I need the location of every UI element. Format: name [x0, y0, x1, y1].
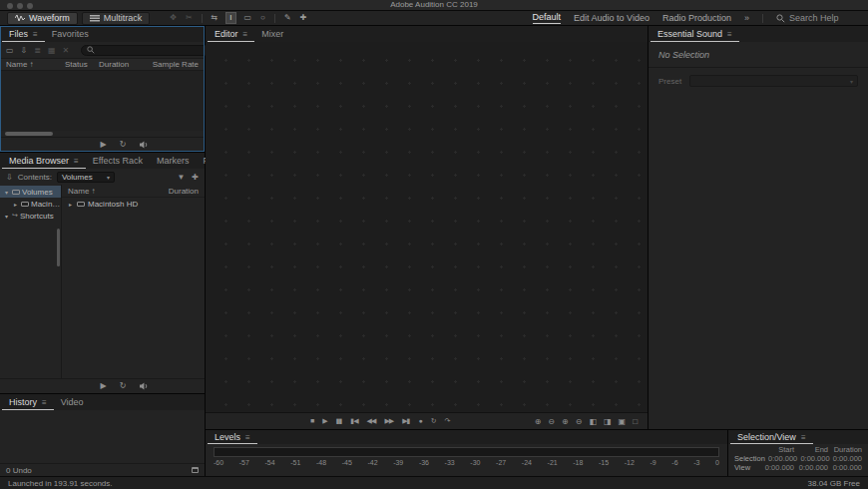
tab-effects-rack[interactable]: Effects Rack — [86, 153, 150, 169]
play-button[interactable]: ▶ — [101, 141, 107, 149]
media-list-body[interactable]: ▸ Macintosh HD — [62, 198, 205, 378]
zoom-to-out-point-button[interactable]: ◨ — [604, 417, 612, 426]
open-file-icon[interactable]: ▭ — [6, 46, 14, 55]
history-list[interactable] — [0, 410, 205, 463]
editor-canvas[interactable] — [206, 42, 648, 412]
levels-scale-label: -12 — [625, 458, 635, 467]
workspace-overflow-icon[interactable]: » — [744, 13, 749, 23]
fast-forward-button[interactable]: ▶▶ — [384, 417, 393, 425]
panel-menu-icon[interactable]: ≡ — [243, 30, 248, 39]
workspace-radio-production[interactable]: Radio Production — [662, 13, 731, 24]
files-list[interactable] — [0, 71, 205, 131]
contents-dropdown[interactable]: Volumes ▾ — [57, 172, 115, 183]
stop-button[interactable]: ■ — [310, 417, 313, 425]
preset-dropdown[interactable]: ▾ — [689, 75, 858, 87]
import-into-files-icon[interactable]: ⇩ — [6, 173, 13, 182]
zoom-in-horizontal-button[interactable]: ⊕ — [535, 417, 542, 426]
files-search-input[interactable] — [99, 46, 209, 55]
minimize-button[interactable] — [17, 3, 23, 9]
pause-button[interactable]: ▮▮ — [336, 417, 342, 425]
panel-menu-icon[interactable]: ≡ — [74, 157, 79, 166]
selection-duration-value[interactable]: 0:00.000 — [830, 454, 862, 463]
tab-mixer[interactable]: Mixer — [254, 26, 290, 42]
tab-media-browser[interactable]: Media Browser ≡ — [2, 153, 86, 169]
column-status[interactable]: Status — [65, 60, 99, 69]
disclosure-icon[interactable]: ▸ — [12, 201, 19, 208]
zoom-out-horizontal-button[interactable]: ⊖ — [548, 417, 555, 426]
tree-item-macintosh-hd[interactable]: ▸Macintosh HD — [0, 198, 61, 210]
disclosure-icon[interactable]: ▸ — [67, 201, 74, 208]
column-duration[interactable]: Duration — [153, 187, 199, 196]
view-end-value[interactable]: 0:00.000 — [794, 463, 828, 472]
panel-menu-icon[interactable]: ≡ — [245, 433, 250, 442]
disclosure-icon[interactable]: ▾ — [3, 213, 10, 220]
close-files-icon[interactable]: ✕ — [63, 46, 70, 55]
scrollbar-thumb[interactable] — [5, 132, 53, 136]
loop-playback-button[interactable]: ↻ — [431, 417, 436, 425]
tab-selection-view[interactable]: Selection/View ≡ — [730, 430, 813, 444]
zoom-window-button[interactable] — [27, 3, 33, 9]
multitrack-view-button[interactable]: Multitrack — [82, 12, 151, 25]
selection-end-value[interactable]: 0:00.000 — [797, 454, 829, 463]
column-name[interactable]: Name ↑ — [68, 187, 153, 196]
close-button[interactable] — [7, 3, 13, 9]
tree-vscrollbar-thumb[interactable] — [57, 229, 60, 266]
move-tool[interactable]: ✥ — [170, 13, 177, 23]
lasso-selection-tool[interactable]: ○ — [260, 13, 265, 23]
tab-levels[interactable]: Levels ≡ — [208, 430, 257, 444]
auto-play-volume-icon[interactable] — [139, 382, 149, 390]
loop-button[interactable]: ↻ — [120, 382, 127, 390]
filter-files-icon[interactable]: ▼ — [177, 173, 185, 182]
panel-menu-icon[interactable]: ≡ — [727, 30, 732, 39]
tab-editor[interactable]: Editor ≡ — [208, 26, 254, 42]
skip-previous-button[interactable]: ▮◀ — [350, 417, 357, 425]
workspace-edit-audio-to-video[interactable]: Edit Audio to Video — [574, 13, 650, 24]
panel-menu-icon[interactable]: ≡ — [33, 30, 38, 39]
tab-favorites[interactable]: Favorites — [45, 26, 96, 42]
loop-button[interactable]: ↻ — [120, 141, 127, 149]
tab-files[interactable]: Files ≡ — [2, 26, 45, 42]
skip-selection-button[interactable]: ↷ — [445, 417, 450, 425]
tree-item-volumes[interactable]: ▾Volumes — [0, 186, 61, 198]
panel-menu-icon[interactable]: ≡ — [42, 398, 47, 407]
time-selection-tool[interactable]: I — [226, 13, 234, 23]
view-start-value[interactable]: 0:00.000 — [760, 463, 794, 472]
marquee-selection-tool[interactable]: ▭ — [244, 13, 252, 23]
panel-menu-icon[interactable]: ≡ — [801, 433, 806, 442]
workspace-default[interactable]: Default — [533, 12, 562, 24]
insert-into-multitrack-icon[interactable]: ≣ — [34, 46, 41, 55]
zoom-to-in-point-button[interactable]: ◧ — [589, 417, 597, 426]
media-list-row[interactable]: ▸ Macintosh HD — [62, 198, 205, 210]
view-duration-value[interactable]: 0:00.000 — [828, 463, 862, 472]
auto-play-volume-icon[interactable] — [139, 141, 149, 149]
zoom-out-full-button[interactable]: □ — [633, 417, 638, 426]
zoom-out-amplitude-button[interactable]: ⊖ — [576, 417, 583, 426]
selection-start-value[interactable]: 0:00.000 — [765, 454, 797, 463]
zoom-to-selection-button[interactable]: ▣ — [619, 417, 627, 426]
paintbrush-selection-tool[interactable]: ✎ — [284, 13, 291, 23]
play-button[interactable]: ▶ — [101, 382, 107, 390]
tab-video[interactable]: Video — [54, 394, 91, 410]
tab-history[interactable]: History ≡ — [2, 394, 54, 410]
column-sample-rate[interactable]: Sample Rate — [143, 60, 199, 69]
slip-tool[interactable]: ⇆ — [212, 13, 218, 23]
add-shortcut-icon[interactable]: ✚ — [192, 173, 199, 182]
record-button[interactable]: ● — [418, 417, 421, 425]
disclosure-icon[interactable]: ▾ — [3, 189, 10, 196]
play-button[interactable]: ▶ — [322, 417, 326, 425]
column-name[interactable]: Name ↑ — [6, 60, 65, 69]
tree-item-shortcuts[interactable]: ▾↪Shortcuts — [0, 210, 61, 222]
import-file-icon[interactable]: ⇩ — [21, 46, 28, 55]
spot-healing-brush-tool[interactable]: ✚ — [300, 13, 307, 23]
search-help-input[interactable] — [789, 13, 861, 23]
waveform-view-button[interactable]: Waveform — [7, 12, 78, 25]
razor-tool[interactable]: ✂ — [186, 13, 193, 23]
rewind-button[interactable]: ◀◀ — [367, 417, 376, 425]
skip-next-button[interactable]: ▶▮ — [402, 417, 409, 425]
column-duration[interactable]: Duration — [99, 60, 143, 69]
clear-history-trash-icon[interactable] — [192, 467, 199, 473]
zoom-in-amplitude-button[interactable]: ⊕ — [562, 417, 569, 426]
tab-essential-sound[interactable]: Essential Sound ≡ — [651, 26, 739, 42]
batch-process-icon[interactable]: ▦ — [48, 46, 56, 55]
tab-markers[interactable]: Markers — [150, 153, 197, 169]
